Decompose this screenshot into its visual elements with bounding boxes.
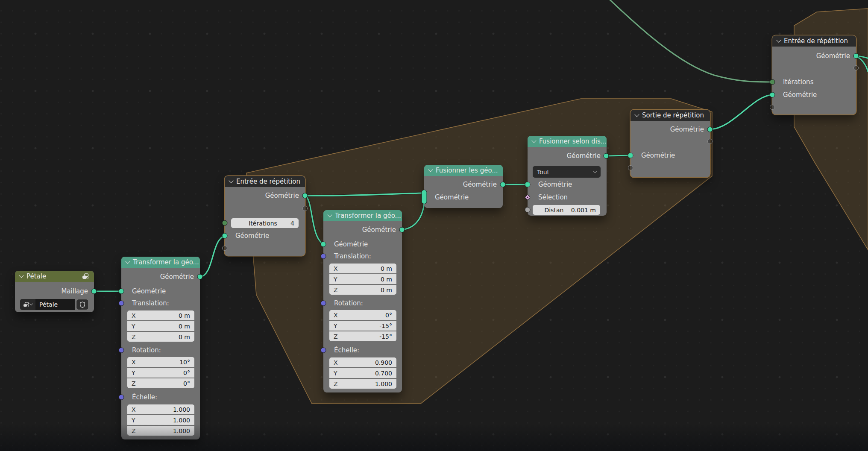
rotation-z-field[interactable]: Z0°	[127, 378, 194, 388]
socket-transform-mid-geometrie-in[interactable]	[321, 242, 326, 247]
collapse-chevron-icon[interactable]	[19, 273, 23, 278]
socket-repeat-input-1-extend-out[interactable]	[302, 206, 308, 211]
node-title: Sortie de répétition	[642, 111, 704, 119]
input-label-iterations: Itérations	[772, 77, 856, 87]
rotation-x-field[interactable]: X0°	[329, 310, 396, 320]
socket-transform-mid-translation[interactable]	[321, 254, 326, 259]
translation-z-field[interactable]: Z0 m	[329, 285, 396, 295]
scale-z-field[interactable]: Z1.000	[127, 426, 194, 436]
node-transform-left-header[interactable]: Transformer la géo...	[121, 257, 200, 268]
scale-x-field[interactable]: X1.000	[127, 404, 194, 414]
socket-repeat-input-2-extend-out[interactable]	[853, 65, 859, 70]
wire-repeat-input-to-merge[interactable]	[305, 193, 422, 196]
object-name-field[interactable]: Pétale	[35, 299, 75, 310]
socket-repeat-input-2-extend-in[interactable]	[770, 105, 775, 110]
wire-transform-mid-to-merge[interactable]	[402, 204, 424, 230]
socket-repeat-input-1-extend-in[interactable]	[222, 246, 227, 251]
output-label-geometrie: Géométrie	[630, 125, 710, 134]
node-repeat-input-1[interactable]: Entrée de répétition Géométrie Itération…	[225, 176, 305, 256]
scale-y-field[interactable]: Y1.000	[127, 415, 194, 425]
socket-transform-left-echelle[interactable]	[119, 395, 124, 400]
node-repeat-input-2-header[interactable]: Entrée de répétition	[772, 35, 856, 47]
scale-z-field[interactable]: Z1.000	[329, 379, 396, 389]
node-merge-by-distance-header[interactable]: Fusionner selon dis...	[528, 136, 607, 147]
node-repeat-output[interactable]: Sortie de répétition Géométrie Géométrie	[630, 110, 710, 177]
node-repeat-input-1-header[interactable]: Entrée de répétition	[225, 176, 305, 187]
rotation-x-field[interactable]: X10°	[127, 357, 194, 367]
object-browse-button[interactable]	[20, 299, 35, 310]
collapse-chevron-icon[interactable]	[125, 259, 130, 264]
node-transform-left[interactable]: Transformer la géo... Géométrie Géométri…	[121, 257, 200, 439]
socket-repeat-output-geometrie-in[interactable]	[628, 153, 633, 158]
socket-transform-left-geometrie-out[interactable]	[197, 274, 203, 280]
socket-transform-left-translation[interactable]	[119, 301, 124, 306]
socket-repeat-output-extend-in[interactable]	[628, 165, 633, 170]
chevron-down-icon	[29, 302, 33, 305]
node-repeat-input-2[interactable]: Entrée de répétition Géométrie Itération…	[772, 35, 856, 114]
socket-repeat-output-geometrie-out[interactable]	[707, 127, 713, 132]
socket-transform-left-rotation[interactable]	[119, 348, 124, 353]
socket-repeat-input-2-geometrie-in[interactable]	[770, 92, 775, 98]
socket-repeat-input-1-geometrie-out[interactable]	[302, 193, 308, 199]
collapse-chevron-icon[interactable]	[428, 167, 433, 172]
output-label-geometrie: Géométrie	[121, 272, 200, 281]
socket-repeat-input-2-iterations[interactable]	[770, 79, 775, 85]
socket-transform-mid-geometrie-out[interactable]	[399, 227, 405, 233]
socket-transform-left-geometrie-in[interactable]	[119, 289, 124, 294]
scale-x-field[interactable]: X0.900	[329, 357, 396, 367]
input-label-geometrie: Géométrie	[225, 231, 305, 240]
socket-transform-mid-echelle[interactable]	[321, 348, 326, 353]
rotation-y-field[interactable]: Y-15°	[329, 321, 396, 331]
node-editor-canvas[interactable]: Pétale Maillage Pétale	[0, 0, 868, 451]
wire-iterations[interactable]	[608, 0, 772, 82]
translation-z-field[interactable]: Z0 m	[127, 332, 194, 342]
wire-repeat-output-to-repeat-input-2[interactable]	[710, 95, 772, 129]
socket-merge-distance-geometrie-out[interactable]	[604, 153, 609, 159]
socket-repeat-input-1-iterations[interactable]	[222, 220, 228, 226]
node-title: Transformer la géo...	[133, 258, 199, 266]
collapse-chevron-icon[interactable]	[634, 112, 639, 117]
node-transform-mid-header[interactable]: Transformer la géo...	[323, 210, 402, 221]
object-data-icon	[82, 273, 89, 280]
node-repeat-output-header[interactable]: Sortie de répétition	[630, 110, 710, 121]
input-label-geometrie: Géométrie	[528, 180, 607, 189]
socket-transform-mid-rotation[interactable]	[321, 301, 326, 306]
node-title: Fusionner les géo...	[436, 167, 498, 174]
node-transform-mid[interactable]: Transformer la géo... Géométrie Géométri…	[323, 210, 402, 392]
scale-y-field[interactable]: Y0.700	[329, 368, 396, 378]
rotation-y-field[interactable]: Y0°	[127, 368, 194, 378]
wire-merge-distance-to-repeat-output[interactable]	[606, 155, 631, 156]
node-merge-geometry[interactable]: Fusionner les géo... Géométrie Géométrie	[424, 165, 503, 208]
output-label-geometrie: Géométrie	[528, 151, 607, 161]
mode-dropdown[interactable]: Tout	[533, 166, 601, 178]
collapse-chevron-icon[interactable]	[229, 178, 233, 183]
scale-label: Échelle:	[121, 392, 200, 402]
collapse-chevron-icon[interactable]	[327, 212, 332, 217]
translation-x-field[interactable]: X0 m	[127, 310, 194, 320]
translation-y-field[interactable]: Y0 m	[127, 321, 194, 331]
distance-field[interactable]: Distan 0.001 m	[533, 205, 600, 215]
rotation-z-field[interactable]: Z-15°	[329, 331, 396, 341]
node-merge-geometry-header[interactable]: Fusionner les géo...	[424, 165, 503, 176]
node-merge-by-distance[interactable]: Fusionner selon dis... Géométrie Tout Gé…	[528, 136, 607, 216]
translation-x-field[interactable]: X0 m	[329, 264, 396, 273]
input-label-geometrie: Géométrie	[630, 151, 710, 160]
node-petale[interactable]: Pétale Maillage Pétale	[15, 271, 94, 312]
wire-transform-to-repeat-input[interactable]	[200, 236, 225, 277]
socket-merge-distance-geometrie-in[interactable]	[525, 182, 531, 187]
fake-user-button[interactable]	[76, 299, 89, 310]
iterations-field[interactable]: Itérations 4	[231, 218, 299, 228]
socket-merge-distance-distance[interactable]	[525, 207, 531, 213]
wire-repeat-input-to-transform-mid[interactable]	[305, 196, 324, 244]
collapse-chevron-icon[interactable]	[776, 38, 781, 42]
socket-repeat-output-extend-out[interactable]	[707, 139, 713, 144]
socket-merge-geometry-out[interactable]	[500, 182, 506, 187]
node-petale-header[interactable]: Pétale	[15, 271, 94, 282]
socket-merge-geometry-multi-in[interactable]	[422, 190, 427, 204]
socket-repeat-input-1-geometrie-in[interactable]	[222, 233, 228, 239]
translation-y-field[interactable]: Y0 m	[329, 274, 396, 284]
socket-petale-maillage-out[interactable]	[91, 289, 97, 294]
collapse-chevron-icon[interactable]	[531, 138, 536, 143]
socket-repeat-input-2-geometrie-out[interactable]	[853, 53, 859, 59]
output-label-maillage: Maillage	[15, 287, 94, 296]
